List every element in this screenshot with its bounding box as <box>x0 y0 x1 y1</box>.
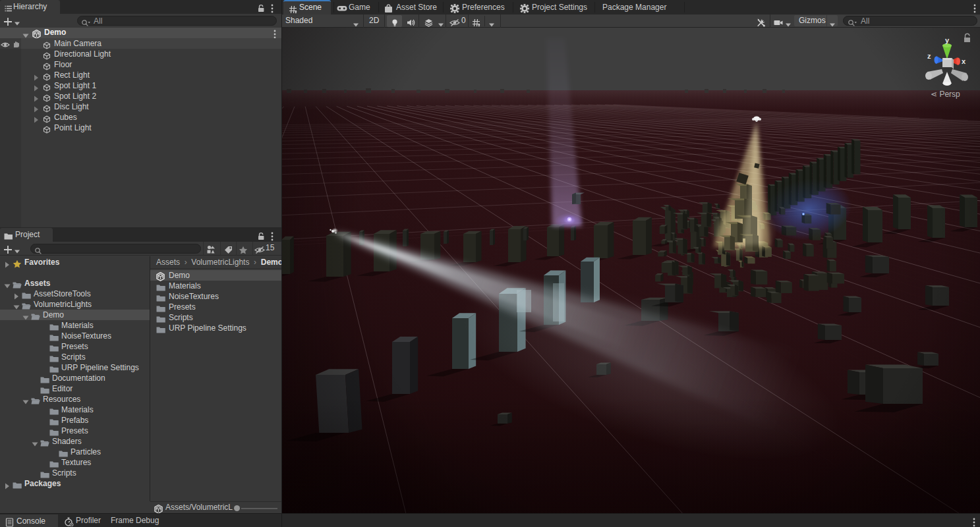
svg-text:z: z <box>927 52 931 60</box>
svg-text:⋖ Persp: ⋖ Persp <box>931 90 960 99</box>
svg-text:y: y <box>945 36 950 44</box>
svg-text:x: x <box>962 57 966 65</box>
